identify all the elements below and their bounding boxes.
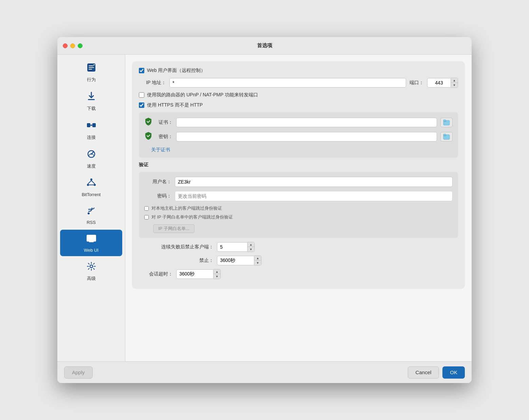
port-input[interactable] bbox=[427, 78, 451, 88]
session-stepper: ▲ ▼ bbox=[214, 269, 221, 279]
footer-right: Cancel OK bbox=[408, 366, 465, 379]
close-button[interactable] bbox=[63, 43, 68, 48]
ban-duration-row: 禁止： ▲ ▼ bbox=[139, 255, 458, 266]
session-stepper-down[interactable]: ▼ bbox=[214, 274, 220, 279]
ban-duration-stepper-up[interactable]: ▲ bbox=[254, 256, 261, 261]
session-input-wrap: ▲ ▼ bbox=[176, 269, 221, 279]
password-input[interactable] bbox=[175, 191, 453, 201]
apply-button[interactable]: Apply bbox=[64, 366, 93, 379]
svg-point-11 bbox=[90, 178, 92, 180]
svg-rect-26 bbox=[443, 134, 446, 135]
svg-rect-6 bbox=[87, 123, 90, 127]
rss-icon bbox=[86, 205, 97, 218]
ban-stepper-up[interactable]: ▲ bbox=[248, 242, 254, 247]
ban-duration-input-wrap: ▲ ▼ bbox=[217, 255, 261, 266]
footer-left: Apply bbox=[64, 366, 93, 379]
username-input[interactable] bbox=[175, 177, 453, 187]
sidebar-item-behavior[interactable]: 行为 bbox=[60, 59, 122, 86]
content-area: Web 用户界面（远程控制） IP 地址： 端口： ▲ ▼ bbox=[125, 55, 472, 361]
ban-label: 连续失败后禁止客户端： bbox=[139, 244, 214, 250]
ok-button[interactable]: OK bbox=[442, 366, 465, 379]
port-stepper-down[interactable]: ▼ bbox=[451, 83, 458, 88]
key-input[interactable] bbox=[176, 132, 437, 141]
session-stepper-up[interactable]: ▲ bbox=[214, 269, 220, 274]
skip-subnet-row: 对 IP 子网白名单中的客户端跳过身份验证 bbox=[144, 214, 453, 220]
username-row: 用户名： bbox=[144, 177, 453, 187]
svg-point-14 bbox=[88, 212, 90, 214]
session-row: 会话超时： ▲ ▼ bbox=[139, 269, 458, 279]
downloads-icon bbox=[86, 91, 97, 104]
skip-subnet-checkbox[interactable] bbox=[144, 215, 149, 219]
password-row: 密码： bbox=[144, 191, 453, 201]
skip-local-row: 对本地主机上的客户端跳过身份验证 bbox=[144, 205, 453, 211]
auth-subsection: 用户名： 密码： 对本地主机上的客户端跳过身份验证 bbox=[139, 172, 458, 238]
sidebar-item-connection-label: 连接 bbox=[87, 134, 96, 140]
ban-input[interactable] bbox=[217, 242, 248, 252]
maximize-button[interactable] bbox=[78, 43, 83, 48]
svg-point-17 bbox=[88, 235, 88, 236]
ip-input[interactable] bbox=[169, 78, 406, 88]
key-row: 密钥： bbox=[144, 131, 453, 142]
webui-enable-row: Web 用户界面（远程控制） bbox=[139, 68, 458, 74]
svg-point-19 bbox=[90, 235, 91, 236]
svg-point-8 bbox=[91, 125, 92, 126]
main-content: 行为 下载 bbox=[57, 55, 472, 361]
sidebar-item-behavior-label: 行为 bbox=[87, 77, 96, 83]
ban-duration-label: 禁止： bbox=[139, 257, 214, 264]
ban-input-wrap: ▲ ▼ bbox=[217, 242, 255, 252]
port-label: 端口： bbox=[409, 80, 424, 86]
ban-duration-input[interactable] bbox=[217, 256, 254, 265]
traffic-lights bbox=[63, 43, 83, 48]
skip-local-checkbox[interactable] bbox=[144, 206, 149, 211]
webui-enable-checkbox[interactable] bbox=[139, 68, 144, 73]
sidebar-item-rss-label: RSS bbox=[87, 220, 96, 225]
key-browse-button[interactable] bbox=[440, 132, 453, 141]
preferences-window: 首选项 行为 bbox=[57, 37, 472, 383]
port-input-wrap: ▲ ▼ bbox=[427, 78, 458, 88]
svg-rect-5 bbox=[88, 99, 95, 100]
sidebar-item-downloads-label: 下载 bbox=[87, 106, 96, 112]
minimize-button[interactable] bbox=[70, 43, 75, 48]
username-label: 用户名： bbox=[144, 179, 171, 185]
window-title: 首选项 bbox=[257, 42, 272, 49]
cert-browse-button[interactable] bbox=[440, 118, 453, 127]
ip-label: IP 地址： bbox=[139, 80, 166, 86]
https-label: 使用 HTTPS 而不是 HTTP bbox=[147, 102, 203, 108]
ban-row: 连续失败后禁止客户端： ▲ ▼ bbox=[139, 242, 458, 252]
sidebar-item-bittorrent[interactable]: BitTorrent bbox=[60, 174, 122, 201]
ban-stepper-down[interactable]: ▼ bbox=[248, 247, 254, 252]
titlebar: 首选项 bbox=[57, 37, 472, 55]
https-checkbox[interactable] bbox=[139, 102, 144, 108]
port-stepper-up[interactable]: ▲ bbox=[451, 78, 458, 83]
sidebar-item-downloads[interactable]: 下载 bbox=[60, 88, 122, 115]
webui-icon bbox=[86, 233, 97, 246]
sidebar-item-connection[interactable]: 连接 bbox=[60, 116, 122, 144]
ip-row: IP 地址： 端口： ▲ ▼ bbox=[139, 78, 458, 88]
cert-shield-icon bbox=[144, 117, 152, 128]
sidebar-item-webui[interactable]: Web UI bbox=[60, 230, 122, 256]
svg-rect-2 bbox=[89, 67, 94, 68]
sidebar: 行为 下载 bbox=[57, 55, 125, 361]
upnp-checkbox[interactable] bbox=[139, 92, 144, 98]
ban-duration-stepper: ▲ ▼ bbox=[254, 255, 261, 266]
svg-point-20 bbox=[90, 265, 93, 268]
cert-input[interactable] bbox=[176, 118, 437, 127]
bittorrent-icon bbox=[86, 177, 97, 191]
ban-duration-stepper-down[interactable]: ▼ bbox=[254, 261, 261, 265]
footer: Apply Cancel OK bbox=[57, 361, 472, 383]
session-input[interactable] bbox=[176, 269, 214, 279]
sidebar-item-speed[interactable]: 速度 bbox=[60, 145, 122, 173]
cert-link[interactable]: 关于证书 bbox=[151, 147, 170, 153]
cert-label: 证书： bbox=[156, 119, 173, 126]
webui-enable-label: Web 用户界面（远程控制） bbox=[147, 68, 205, 74]
sidebar-item-speed-label: 速度 bbox=[87, 163, 96, 169]
sidebar-item-rss[interactable]: RSS bbox=[60, 202, 122, 228]
sidebar-item-bittorrent-label: BitTorrent bbox=[82, 192, 101, 197]
key-shield-icon bbox=[144, 131, 152, 142]
ip-whitelist-button: IP 子网白名单... bbox=[153, 224, 195, 233]
sidebar-item-advanced[interactable]: 高级 bbox=[60, 257, 122, 285]
upnp-label: 使用我的路由器的 UPnP / NAT-PMP 功能来转发端口 bbox=[147, 92, 258, 98]
advanced-icon bbox=[86, 261, 97, 274]
session-label: 会话超时： bbox=[139, 271, 173, 277]
cancel-button[interactable]: Cancel bbox=[408, 366, 439, 379]
